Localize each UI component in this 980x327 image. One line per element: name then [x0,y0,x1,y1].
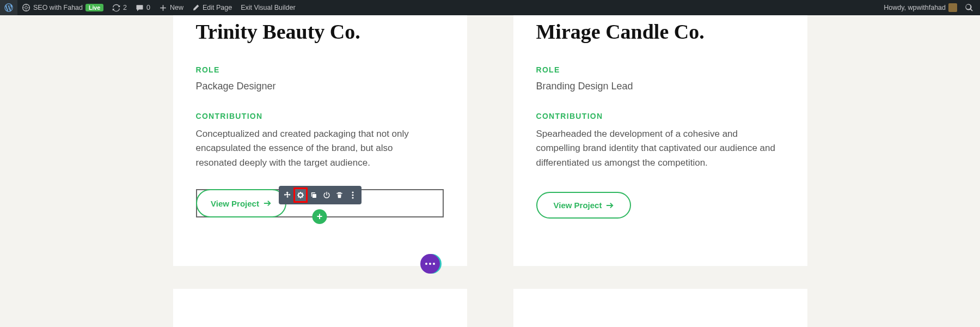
arrow-right-icon [606,202,614,209]
admin-bar-right: Howdy, wpwithfahad [879,0,980,15]
live-badge: Live [85,4,103,11]
arrow-right-icon [264,200,271,207]
trash-icon [336,191,343,199]
wp-logo[interactable] [0,0,17,15]
comments-count: 0 [146,4,150,11]
view-project-label: View Project [211,199,259,208]
delete-button[interactable] [333,188,346,202]
cards-row: Trinity Beauty Co. ROLE Package Designer… [0,15,980,266]
more-button[interactable] [346,188,359,202]
exit-vb-item[interactable]: Exit Visual Builder [236,0,300,15]
comment-icon [136,4,144,12]
exit-vb-label: Exit Visual Builder [241,4,296,11]
svg-point-2 [352,191,353,193]
new-label: New [170,4,183,11]
refresh-count: 2 [123,4,127,11]
howdy-label: Howdy, wpwithfahad [884,4,946,11]
dashboard-icon [22,3,30,12]
add-module-button[interactable]: + [313,209,327,224]
plus-icon [159,4,167,12]
move-button[interactable] [281,188,294,202]
power-icon [323,191,330,199]
comments-item[interactable]: 0 [131,0,155,15]
kebab-icon [352,191,354,199]
duplicate-button[interactable] [307,188,320,202]
add-plus-label: + [317,211,323,222]
section-fab[interactable] [420,254,440,274]
dots-icon [425,263,435,265]
pencil-icon [192,4,200,11]
site-name-label: SEO with Fahad [33,4,83,11]
selected-module-frame[interactable]: View Project [196,189,444,217]
contribution-label: CONTRIBUTION [536,112,785,120]
edit-page-label: Edit Page [203,4,232,11]
view-project-button[interactable]: View Project [196,189,286,217]
view-project-button[interactable]: View Project [536,192,632,219]
site-name-item[interactable]: SEO with Fahad Live [17,0,108,15]
role-value: Branding Design Lead [536,81,785,92]
contribution-value: Conceptualized and created packaging tha… [196,127,436,170]
project-card-1: Trinity Beauty Co. ROLE Package Designer… [173,15,467,266]
svg-point-1 [25,7,28,9]
page-content: Trinity Beauty Co. ROLE Package Designer… [0,0,980,327]
new-item[interactable]: New [155,0,188,15]
howdy-item[interactable]: Howdy, wpwithfahad [879,0,961,15]
refresh-icon [112,4,120,12]
move-icon [284,191,291,199]
contribution-label: CONTRIBUTION [196,112,444,120]
wordpress-icon [4,3,13,12]
avatar [948,3,957,12]
card-title: Mirage Candle Co. [536,20,785,44]
gear-icon [297,191,304,199]
cards-row-2 [0,289,980,327]
project-card-2: Mirage Candle Co. ROLE Branding Design L… [513,15,807,266]
search-icon [965,3,973,12]
edit-page-item[interactable]: Edit Page [188,0,236,15]
svg-point-4 [352,197,353,198]
duplicate-icon [310,191,317,199]
role-value: Package Designer [196,81,444,92]
project-card-stub [173,289,467,327]
role-label: ROLE [196,65,444,74]
project-card-stub [513,289,807,327]
wp-admin-bar: SEO with Fahad Live 2 0 New Edit Page Ex… [0,0,980,15]
search-toggle[interactable] [961,0,977,15]
admin-bar-left: SEO with Fahad Live 2 0 New Edit Page Ex… [0,0,300,15]
view-project-label: View Project [554,201,602,210]
card-title: Trinity Beauty Co. [196,20,444,44]
power-button[interactable] [320,188,333,202]
module-toolbar [279,186,362,204]
role-label: ROLE [536,65,785,74]
contribution-value: Spearheaded the development of a cohesiv… [536,127,776,170]
svg-point-3 [352,194,353,196]
refresh-item[interactable]: 2 [108,0,131,15]
settings-button[interactable] [294,188,307,202]
